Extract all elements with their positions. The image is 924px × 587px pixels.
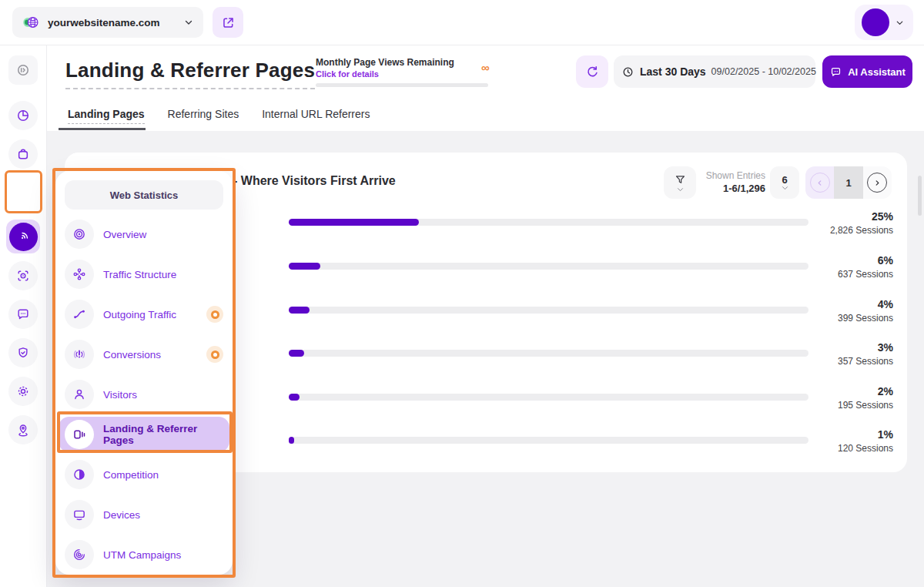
funnel-icon (674, 173, 687, 186)
date-preset-label: Last 30 Days (640, 65, 706, 78)
chat-icon[interactable] (8, 300, 38, 329)
avatar (862, 8, 889, 36)
location-pin-icon[interactable] (8, 415, 38, 444)
bar-track (289, 263, 808, 270)
website-name: yourwebsitename.com (48, 17, 176, 29)
bar-track (289, 219, 808, 226)
shopping-bag-icon[interactable] (8, 139, 38, 169)
menu-item-traffic-structure[interactable]: Traffic Structure (55, 254, 233, 294)
web-statistics-flyout: Web Statistics Overview Traffic Structur… (55, 171, 233, 575)
arrow-right-icon (867, 173, 887, 193)
menu-item-competition[interactable]: Competition (55, 455, 233, 495)
bar-track (289, 437, 808, 444)
globe-icon (22, 13, 40, 32)
bar-track (289, 307, 808, 314)
ai-chat-icon (829, 65, 842, 79)
page-size-selector[interactable]: 6 (770, 166, 799, 199)
chart-title: - Where Visitors First Arrive (233, 174, 396, 188)
menu-item-utm-campaigns[interactable]: UTM Campaigns (55, 535, 233, 575)
previous-page-button (805, 166, 834, 199)
clock-icon (621, 65, 634, 79)
announcement-icon (65, 340, 94, 369)
shown-entries: Shown Entries 1-6/1,296 (698, 170, 765, 194)
bar-fill (289, 437, 294, 444)
session-recording-icon[interactable] (8, 261, 38, 290)
quota-progress-bar (316, 83, 488, 87)
menu-item-overview[interactable]: Overview (55, 214, 233, 254)
top-bar: yourwebsitename.com (0, 0, 924, 45)
menu-item-devices[interactable]: Devices (55, 495, 233, 535)
chevron-down-icon (895, 18, 905, 28)
bar-track (289, 394, 808, 401)
chevron-down-icon (677, 187, 684, 193)
spiral-icon (65, 540, 94, 569)
quota-details-link[interactable]: Click for details (316, 69, 379, 79)
ai-assistant-label: AI Assistant (848, 66, 906, 78)
bar-track (289, 350, 808, 357)
page-title: Landing & Referrer Pages (65, 59, 315, 89)
bar-value-label: 1%120 Sessions (801, 428, 893, 454)
arrow-left-icon (810, 173, 830, 193)
pagination: 1 (805, 166, 892, 199)
website-selector[interactable]: yourwebsitename.com (12, 7, 203, 38)
tab-internal-url-referrers[interactable]: Internal URL Referrers (262, 108, 370, 120)
notification-badge (206, 346, 223, 363)
quota-label: Monthly Page Views Remaining (316, 57, 454, 68)
tab-referring-sites[interactable]: Referring Sites (168, 108, 239, 120)
shown-entries-label: Shown Entries (698, 170, 765, 181)
bar-value-label: 6%637 Sessions (801, 254, 893, 280)
privacy-shield-icon[interactable] (8, 338, 38, 367)
scrollbar-thumb[interactable] (918, 176, 922, 216)
bar-fill (289, 219, 419, 226)
chevron-down-icon (183, 17, 194, 28)
bar-value-label: 25%2,826 Sessions (801, 210, 893, 236)
menu-item-conversions[interactable]: Conversions (55, 334, 233, 374)
page-size-value: 6 (782, 174, 787, 186)
shown-entries-value: 1-6/1,296 (698, 183, 765, 194)
notification-badge (206, 306, 223, 323)
settings-gear-icon[interactable] (8, 377, 38, 406)
monitor-icon (65, 500, 94, 529)
filter-button[interactable] (664, 166, 696, 199)
bar-fill (289, 263, 320, 270)
date-range-value: 09/02/2025 - 10/02/2025 (711, 66, 816, 77)
menu-item-landing-referrer-pages[interactable]: Landing & Referrer Pages (59, 417, 229, 452)
date-range-selector[interactable]: Last 30 Days 09/02/2025 - 10/02/2025 (614, 55, 815, 88)
collapse-panel-icon[interactable] (8, 55, 38, 85)
bar-value-label: 2%195 Sessions (801, 385, 893, 411)
user-menu[interactable] (855, 5, 913, 40)
landing-pages-icon (65, 420, 94, 449)
web-statistics-radar-icon (9, 223, 38, 251)
bar-value-label: 3%357 Sessions (801, 341, 893, 367)
bar-fill (289, 394, 300, 401)
chevron-down-icon (782, 186, 788, 191)
bar-fill (289, 307, 310, 314)
icon-rail (0, 45, 47, 587)
pie-chart-icon[interactable] (8, 101, 38, 130)
tab-landing-pages[interactable]: Landing Pages (68, 108, 145, 120)
menu-item-visitors[interactable]: Visitors (55, 374, 233, 414)
web-statistics-rail-item[interactable] (6, 220, 40, 253)
refresh-icon (585, 65, 600, 79)
ai-assistant-button[interactable]: AI Assistant (822, 55, 912, 88)
menu-item-outgoing-traffic[interactable]: Outgoing Traffic (55, 294, 233, 334)
next-page-button[interactable] (863, 166, 892, 199)
bullseye-icon (65, 220, 94, 249)
infinity-icon: ∞ (481, 61, 490, 74)
contrast-circle-icon (65, 460, 94, 489)
person-icon (65, 380, 94, 409)
external-link-icon (221, 15, 236, 30)
active-tab-underline (59, 128, 146, 130)
open-website-button[interactable] (213, 7, 243, 38)
app-root: yourwebsitename.com (0, 0, 924, 587)
tab-bar: Landing Pages Referring Sites Internal U… (68, 108, 370, 120)
nodes-icon (65, 260, 94, 289)
refresh-button[interactable] (576, 55, 608, 88)
current-page-indicator[interactable]: 1 (834, 166, 862, 199)
route-icon (65, 300, 94, 329)
flyout-title: Web Statistics (65, 180, 223, 210)
bar-fill (289, 350, 304, 357)
bar-value-label: 4%399 Sessions (801, 298, 893, 324)
